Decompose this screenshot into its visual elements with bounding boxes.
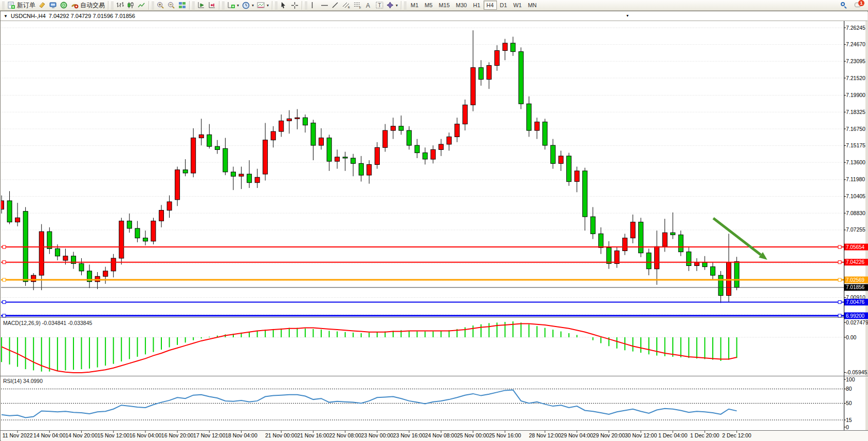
search-button[interactable] xyxy=(839,1,850,10)
zoom-out-button[interactable] xyxy=(166,1,177,10)
cursor-button[interactable] xyxy=(279,1,289,10)
svg-text:50: 50 xyxy=(846,400,852,406)
timeframe-D1-button[interactable]: D1 xyxy=(497,1,510,10)
text-icon: A xyxy=(365,2,371,9)
svg-text:7.08830: 7.08830 xyxy=(846,210,865,216)
timeframe-H4-button[interactable]: H4 xyxy=(484,1,497,10)
chart-window[interactable]: ▼ USDCNH-,H4 7.04292 7.04729 7.01596 7.0… xyxy=(0,11,868,441)
toolbar-grip xyxy=(305,1,307,9)
svg-text:24 Nov 08:00: 24 Nov 08:00 xyxy=(425,432,457,438)
svg-text:7.07255: 7.07255 xyxy=(846,226,865,233)
horizontal-line-icon xyxy=(321,3,328,8)
market-watch-icon xyxy=(39,2,46,9)
chart-symbol-title: USDCNH-,H4 xyxy=(11,13,46,19)
bid-price-badge: 7.01856 xyxy=(844,284,868,291)
arrows-button[interactable]: ▾ xyxy=(385,1,399,10)
fibonacci-retracement-icon: F xyxy=(354,2,362,9)
svg-text:7.23095: 7.23095 xyxy=(846,58,865,64)
symbol-dropdown-icon[interactable]: ▼ xyxy=(4,14,8,18)
timeframe-M1-button[interactable]: M1 xyxy=(408,1,421,10)
chart-shift-button[interactable] xyxy=(207,1,217,10)
chart-bars-button[interactable] xyxy=(115,1,125,10)
toolbar-separator xyxy=(401,1,401,10)
svg-text:14 Nov 04:00: 14 Nov 04:00 xyxy=(33,432,66,438)
toolbar-separator xyxy=(302,1,302,10)
dropdown-arrow-icon[interactable]: ▾ xyxy=(396,3,398,8)
horizontal-line-button[interactable] xyxy=(319,1,330,10)
auto-scroll-icon xyxy=(197,2,205,9)
dropdown-arrow-icon[interactable]: ▾ xyxy=(267,3,269,8)
toolbar-separator xyxy=(149,1,149,10)
templates-button[interactable]: ▾ xyxy=(255,1,270,10)
periods-button[interactable]: ▾ xyxy=(241,1,255,10)
svg-text:7.26245: 7.26245 xyxy=(846,25,865,31)
svg-text:1 Dec 20:00: 1 Dec 20:00 xyxy=(690,432,719,438)
new-order-button[interactable]: 新订单 xyxy=(6,1,37,10)
svg-text:22 Nov 08:00: 22 Nov 08:00 xyxy=(329,432,361,438)
svg-text:7.01856: 7.01856 xyxy=(846,284,865,290)
timeframe-M30-button[interactable]: M30 xyxy=(453,1,470,10)
time-axis[interactable]: 11 Nov 202214 Nov 04:0014 Nov 20:0015 No… xyxy=(1,431,868,441)
svg-text:16 Nov 04:00: 16 Nov 04:00 xyxy=(130,432,162,438)
svg-text:18 Nov 04:00: 18 Nov 04:00 xyxy=(225,432,257,438)
auto-trading-label: 自动交易 xyxy=(80,1,105,10)
svg-text:6.99200: 6.99200 xyxy=(846,313,865,319)
price-badge-7.00476: 7.00476 xyxy=(844,299,868,305)
price-badge-7.04226: 7.04226 xyxy=(844,259,868,265)
vertical-line-button[interactable] xyxy=(308,1,319,10)
search-icon xyxy=(841,2,847,8)
svg-text:25 Nov 00:00: 25 Nov 00:00 xyxy=(457,432,489,438)
equidistant-channel-icon: E xyxy=(342,2,350,9)
metaeditor-button[interactable] xyxy=(48,1,59,10)
chart-candles-button[interactable] xyxy=(125,1,136,10)
crosshair-button[interactable] xyxy=(289,1,300,10)
new-order-icon xyxy=(7,2,15,9)
svg-text:28 Nov 12:00: 28 Nov 12:00 xyxy=(529,432,561,438)
equidistant-channel-button[interactable]: E xyxy=(341,1,352,10)
chart-line-button[interactable] xyxy=(136,1,147,10)
notifications-button[interactable]: 1 xyxy=(853,1,864,10)
auto-trading-button[interactable]: 自动交易 xyxy=(69,1,106,10)
indicators-list-button[interactable]: ▾ xyxy=(226,1,241,10)
fibonacci-retracement-button[interactable]: F xyxy=(352,1,363,10)
trendline-button[interactable] xyxy=(330,1,341,10)
svg-text:15 Nov 12:00: 15 Nov 12:00 xyxy=(97,432,130,438)
timeframe-MN-button[interactable]: MN xyxy=(525,1,540,10)
svg-text:16 Nov 20:00: 16 Nov 20:00 xyxy=(161,432,194,438)
tile-windows-button[interactable] xyxy=(177,1,188,10)
toolbar-separator xyxy=(189,1,190,10)
zoom-in-button[interactable] xyxy=(155,1,166,10)
dropdown-arrow-icon[interactable]: ▾ xyxy=(252,3,254,8)
svg-text:7.18325: 7.18325 xyxy=(846,109,865,115)
svg-text:30 Nov 12:00: 30 Nov 12:00 xyxy=(625,432,657,438)
svg-text:7.15175: 7.15175 xyxy=(846,142,865,148)
timeframe-M15-button[interactable]: M15 xyxy=(436,1,453,10)
auto-scroll-button[interactable] xyxy=(196,1,207,10)
data-window-button[interactable] xyxy=(59,1,69,10)
toolbar-grip xyxy=(192,1,195,9)
svg-text:7.10405: 7.10405 xyxy=(846,193,865,199)
svg-text:23 Nov 00:00: 23 Nov 00:00 xyxy=(361,432,394,438)
timeframe-W1-button[interactable]: W1 xyxy=(510,1,525,10)
svg-text:15: 15 xyxy=(846,417,852,423)
arrows-icon xyxy=(386,2,394,9)
text-label-button[interactable]: T xyxy=(374,1,385,10)
toolbar-separator xyxy=(272,1,272,10)
svg-text:7.05654: 7.05654 xyxy=(846,244,865,250)
svg-text:7.02569: 7.02569 xyxy=(846,277,865,283)
timeframe-M5-button[interactable]: M5 xyxy=(421,1,435,10)
svg-text:23 Nov 16:00: 23 Nov 16:00 xyxy=(393,432,426,438)
svg-text:80: 80 xyxy=(846,386,852,392)
crosshair-icon xyxy=(291,2,299,9)
market-watch-button[interactable] xyxy=(37,1,48,10)
price-chart-canvas[interactable]: 7.262457.246707.230957.215207.199007.183… xyxy=(1,11,868,441)
periods-icon xyxy=(242,2,250,9)
dropdown-arrow-icon[interactable]: ▾ xyxy=(237,3,239,8)
trendline-icon xyxy=(331,2,339,9)
svg-text:7.21520: 7.21520 xyxy=(846,75,865,81)
price-badge-6.99200: 6.99200 xyxy=(844,313,868,319)
text-button[interactable]: A xyxy=(363,1,374,10)
svg-text:T: T xyxy=(378,3,381,8)
timeframe-H1-button[interactable]: H1 xyxy=(470,1,483,10)
toolbar-grip xyxy=(275,1,278,9)
